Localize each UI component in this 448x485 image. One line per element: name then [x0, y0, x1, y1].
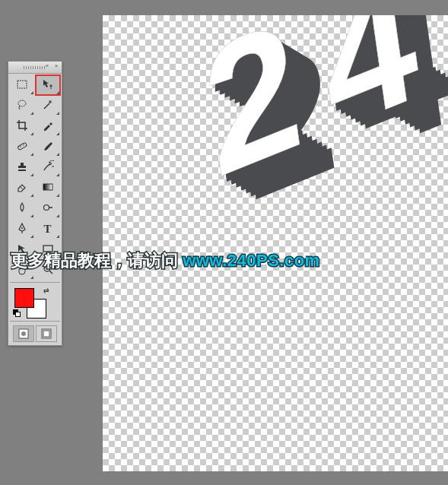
crop-icon — [16, 119, 28, 134]
lasso-icon — [16, 99, 28, 113]
tools-panel: « × — [8, 61, 62, 346]
eyedropper-icon — [42, 119, 54, 134]
type-icon: T — [43, 223, 51, 236]
move-tool[interactable] — [36, 75, 60, 95]
svg-rect-13 — [43, 331, 49, 337]
dodge-tool[interactable] — [36, 198, 60, 218]
svg-point-11 — [21, 331, 26, 336]
tools-panel-header[interactable]: « × — [8, 62, 62, 74]
eraser-icon — [16, 181, 28, 195]
svg-rect-5 — [43, 184, 52, 190]
brush-icon — [42, 140, 54, 154]
color-swatches: ⇄ — [10, 285, 60, 319]
svg-rect-0 — [17, 81, 27, 88]
eyedropper-tool[interactable] — [36, 116, 60, 136]
pen-icon — [16, 222, 28, 236]
svg-rect-2 — [17, 142, 27, 150]
watermark-text: 更多精品教程，请访问 www.240PS.com — [11, 249, 320, 272]
wand-icon — [42, 99, 54, 113]
swap-colors-icon[interactable]: ⇄ — [43, 287, 49, 294]
marquee-tool[interactable] — [10, 75, 34, 95]
svg-point-3 — [20, 146, 21, 147]
lasso-tool[interactable] — [10, 96, 34, 116]
standard-mode-button[interactable] — [13, 325, 34, 342]
collapse-icon[interactable]: « — [43, 62, 51, 70]
stamp-icon — [16, 160, 28, 175]
type-tool[interactable]: T — [36, 219, 60, 239]
standard-mode-icon — [18, 328, 29, 339]
svg-point-6 — [43, 204, 49, 210]
history-brush-icon — [42, 160, 54, 175]
history-brush-tool[interactable] — [36, 157, 60, 177]
clone-stamp-tool[interactable] — [10, 157, 34, 177]
document-canvas[interactable]: 2 2 2 2 2 2 2 2 4 4 4 4 4 4 4 4 — [103, 15, 448, 471]
eraser-tool[interactable] — [10, 178, 34, 198]
dodge-icon — [42, 201, 54, 216]
crop-tool[interactable] — [10, 116, 34, 136]
svg-point-7 — [21, 227, 23, 229]
brush-tool[interactable] — [36, 137, 60, 157]
bandage-icon — [16, 140, 28, 154]
magic-wand-tool[interactable] — [36, 96, 60, 116]
divider — [10, 321, 60, 322]
svg-point-1 — [18, 100, 26, 106]
watermark-url: www.240PS.com — [183, 251, 320, 270]
three-d-text-art: 2 2 2 2 2 2 2 2 4 4 4 4 4 4 4 4 — [103, 15, 448, 334]
watermark-label: 更多精品教程，请访问 — [11, 251, 183, 270]
foreground-color-swatch[interactable] — [14, 288, 34, 308]
screen-mode-icon — [41, 328, 52, 339]
divider — [10, 282, 60, 283]
spot-healing-tool[interactable] — [10, 137, 34, 157]
close-icon[interactable]: × — [52, 62, 60, 70]
gradient-tool[interactable] — [36, 178, 60, 198]
pen-tool[interactable] — [10, 219, 34, 239]
gradient-icon — [42, 181, 54, 195]
marquee-icon — [16, 78, 28, 93]
blur-icon — [16, 201, 28, 216]
default-colors-icon[interactable] — [13, 309, 21, 317]
quickmask-section — [10, 324, 60, 344]
screen-mode-button[interactable] — [36, 325, 57, 342]
svg-point-4 — [23, 144, 24, 145]
blur-tool[interactable] — [10, 198, 34, 218]
move-icon — [42, 78, 54, 93]
